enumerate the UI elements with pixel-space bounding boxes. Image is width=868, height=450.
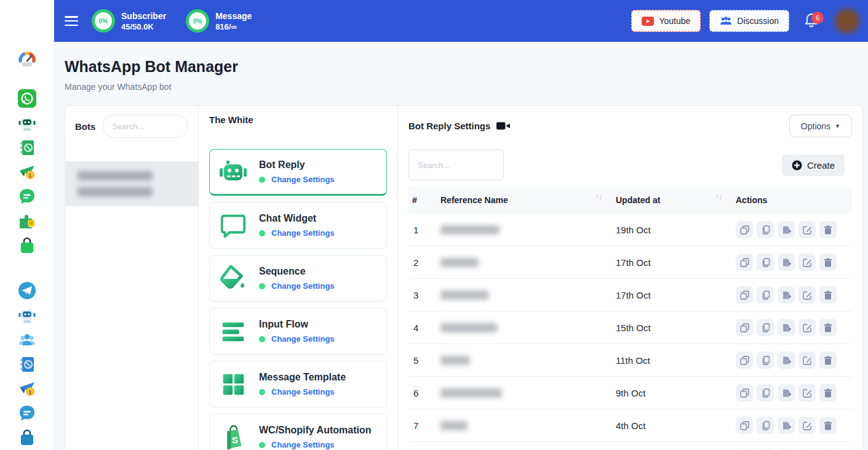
- export-button[interactable]: [778, 319, 795, 336]
- page-content: WhatsApp Bot Manager Manage your WhatsAp…: [54, 42, 868, 450]
- shopify-bag-icon: S: [218, 422, 248, 450]
- telegram-chat-icon[interactable]: [17, 403, 38, 424]
- edit-button[interactable]: [798, 417, 816, 434]
- telegram-bot-icon[interactable]: [17, 305, 38, 326]
- copy-button[interactable]: [757, 254, 774, 271]
- edit-button[interactable]: [798, 286, 816, 303]
- menu-card-wc-shopify[interactable]: S WC/Shopify Automation Change Settings: [209, 414, 387, 450]
- whatsapp-chat-icon[interactable]: [17, 186, 38, 207]
- bot-list-item-selected[interactable]: [65, 161, 198, 206]
- col-header-updated-at[interactable]: ↑↓Updated at: [611, 187, 731, 214]
- subscriber-stat: 0% Subscriber 45/50.0K: [92, 9, 166, 33]
- delete-button[interactable]: [819, 254, 837, 271]
- menu-card-chat-widget[interactable]: Chat Widget Change Settings: [209, 202, 387, 249]
- delete-button[interactable]: [819, 384, 837, 401]
- integrations-puzzle-icon[interactable]: [17, 211, 38, 231]
- sort-icon[interactable]: ↑↓: [595, 193, 606, 200]
- bot-manager-board: Bots The White: [65, 105, 863, 450]
- change-settings-link[interactable]: Change Settings: [271, 281, 335, 291]
- bots-search-input[interactable]: [103, 115, 188, 138]
- edit-button[interactable]: [798, 384, 816, 401]
- change-settings-link[interactable]: Change Settings: [271, 387, 335, 396]
- clone-button[interactable]: [736, 384, 753, 401]
- telegram-store-icon[interactable]: [17, 427, 38, 448]
- row-updated-at: [611, 442, 731, 450]
- edit-button[interactable]: [798, 319, 816, 336]
- edit-button[interactable]: [798, 352, 816, 369]
- menu-card-title: Chat Widget: [259, 213, 335, 224]
- hamburger-menu-icon[interactable]: [65, 16, 78, 26]
- delete-button[interactable]: [819, 417, 837, 434]
- telegram-contacts-icon[interactable]: [17, 354, 38, 375]
- export-button[interactable]: [778, 254, 795, 271]
- youtube-button-label: Youtube: [659, 16, 690, 26]
- delete-button[interactable]: [819, 319, 837, 336]
- create-button-label: Create: [807, 160, 835, 171]
- change-settings-link[interactable]: Change Settings: [271, 228, 335, 238]
- edit-button[interactable]: [798, 221, 816, 238]
- dashboard-gauge-icon[interactable]: [15, 47, 39, 71]
- whatsapp-store-icon[interactable]: [17, 235, 38, 256]
- change-settings-link[interactable]: Change Settings: [271, 334, 335, 344]
- copy-button[interactable]: [757, 352, 774, 369]
- status-dot: [259, 230, 265, 236]
- delete-button[interactable]: [819, 221, 837, 238]
- clone-button[interactable]: [736, 319, 753, 336]
- row-updated-at: 19th Oct: [611, 214, 731, 246]
- row-updated-at: 17th Oct: [611, 246, 731, 279]
- clone-button[interactable]: [736, 352, 753, 369]
- message-stat: 0% Message 816/∞: [186, 9, 252, 33]
- export-button[interactable]: [778, 352, 795, 369]
- whatsapp-contacts-icon[interactable]: [17, 137, 38, 158]
- user-avatar[interactable]: [835, 9, 859, 33]
- table-search-input[interactable]: [408, 150, 504, 180]
- edit-button[interactable]: [798, 254, 816, 271]
- whatsapp-icon[interactable]: [17, 88, 38, 109]
- row-number: 6: [408, 377, 436, 409]
- notifications-button[interactable]: 6: [804, 13, 819, 29]
- sort-icon[interactable]: ↑↓: [715, 193, 726, 200]
- reference-name-redacted: [440, 258, 479, 267]
- delete-button[interactable]: [819, 352, 837, 369]
- bot-settings-menu-panel: The White Bot Reply Change Settings: [199, 106, 398, 450]
- change-settings-link[interactable]: Change Settings: [271, 440, 335, 449]
- col-header-reference-name[interactable]: ↑↓Reference Name: [436, 187, 611, 214]
- discussion-button[interactable]: Discussion: [709, 10, 789, 32]
- menu-card-message-template[interactable]: Message Template Change Settings: [209, 361, 387, 408]
- change-settings-link[interactable]: Change Settings: [271, 175, 335, 184]
- discussion-people-icon: [720, 16, 732, 26]
- export-button[interactable]: [778, 221, 795, 238]
- telegram-icon[interactable]: [17, 280, 38, 301]
- table-row: 2 17th Oct: [408, 246, 852, 279]
- telegram-broadcast-icon[interactable]: 1: [17, 378, 38, 399]
- menu-card-sequence[interactable]: Sequence Change Settings: [209, 255, 387, 302]
- copy-button[interactable]: [757, 221, 774, 238]
- clone-button[interactable]: [736, 254, 753, 271]
- clone-button[interactable]: [736, 221, 753, 238]
- delete-button[interactable]: [819, 286, 837, 303]
- clone-button[interactable]: [736, 286, 753, 303]
- menu-card-bot-reply[interactable]: Bot Reply Change Settings: [209, 149, 387, 196]
- clone-button[interactable]: [736, 417, 753, 434]
- status-dot: [259, 177, 265, 183]
- menu-card-title: Bot Reply: [259, 159, 335, 171]
- bot-reply-table: # ↑↓Reference Name ↑↓Updated at Actions …: [408, 187, 852, 450]
- copy-button[interactable]: [757, 286, 774, 303]
- table-row: 7 4th Oct: [408, 409, 852, 442]
- copy-button[interactable]: [757, 384, 774, 401]
- export-button[interactable]: [778, 286, 795, 303]
- telegram-group-icon[interactable]: [17, 329, 38, 350]
- youtube-button[interactable]: Youtube: [631, 10, 701, 32]
- bars-icon: [218, 316, 248, 346]
- menu-card-input-flow[interactable]: Input Flow Change Settings: [209, 308, 387, 355]
- create-button[interactable]: Create: [782, 155, 845, 176]
- copy-button[interactable]: [757, 417, 774, 434]
- video-camera-icon[interactable]: [496, 121, 510, 131]
- table-row: 8: [408, 442, 852, 450]
- export-button[interactable]: [778, 417, 795, 434]
- options-dropdown-button[interactable]: Options ▼: [789, 115, 852, 137]
- copy-button[interactable]: [757, 319, 774, 336]
- export-button[interactable]: [778, 384, 795, 401]
- whatsapp-bot-icon[interactable]: [17, 113, 38, 134]
- whatsapp-broadcast-icon[interactable]: 1: [17, 161, 38, 182]
